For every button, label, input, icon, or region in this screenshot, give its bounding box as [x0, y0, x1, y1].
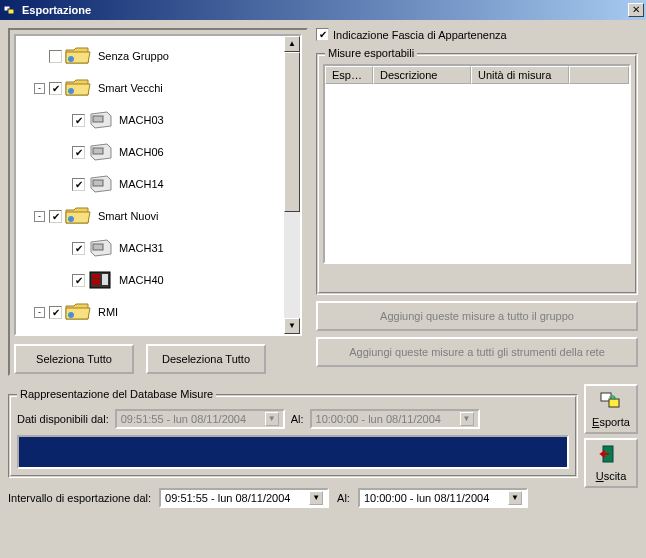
dropdown-icon[interactable]: ▼: [309, 491, 323, 505]
indicazione-label: Indicazione Fascia di Appartenenza: [333, 29, 507, 41]
close-button[interactable]: ✕: [628, 3, 644, 17]
avail-from-field[interactable]: 09:51:55 - lun 08/11/2004 ▼: [115, 409, 285, 429]
tree-node-label: Smart Nuovi: [98, 210, 159, 222]
folder-icon: [64, 45, 92, 67]
app-icon: [2, 2, 18, 18]
titlebar: Esportazione ✕: [0, 0, 646, 20]
svg-rect-11: [92, 280, 100, 285]
col-unita[interactable]: Unità di misura: [471, 66, 569, 84]
svg-rect-10: [92, 274, 100, 279]
tree-checkbox[interactable]: ✔: [49, 210, 62, 223]
svg-rect-8: [93, 244, 103, 250]
export-icon: [599, 390, 623, 414]
tree-scrollbar[interactable]: ▲ ▼: [284, 36, 300, 334]
svg-point-7: [68, 216, 74, 222]
scroll-track[interactable]: [284, 52, 300, 318]
svg-rect-6: [93, 180, 103, 186]
misure-title: Misure esportabili: [325, 47, 417, 59]
indicazione-row: ✔ Indicazione Fascia di Appartenenza: [316, 28, 638, 41]
tree-checkbox[interactable]: [49, 50, 62, 63]
expand-toggle[interactable]: -: [34, 307, 45, 318]
svg-point-2: [68, 56, 74, 62]
tree-checkbox[interactable]: ✔: [72, 242, 85, 255]
device-icon: [87, 110, 113, 130]
tree-panel: Senza Gruppo-✔Smart Vecchi✔MACH03✔MACH06…: [8, 28, 308, 376]
scroll-up-button[interactable]: ▲: [284, 36, 300, 52]
tree-checkbox[interactable]: ✔: [72, 178, 85, 191]
tree-node-label: RMI: [98, 306, 118, 318]
exit-icon: [599, 444, 623, 468]
folder-icon: [64, 205, 92, 227]
interval-to-field[interactable]: 10:00:00 - lun 08/11/2004 ▼: [358, 488, 528, 508]
exit-button[interactable]: Uscita: [584, 438, 638, 488]
tree-checkbox[interactable]: ✔: [72, 114, 85, 127]
folder-icon: [64, 301, 92, 323]
deselect-all-button[interactable]: Deseleziona Tutto: [146, 344, 266, 374]
dropdown-icon[interactable]: ▼: [265, 412, 279, 426]
db-range-fill: [19, 437, 567, 467]
tree-device[interactable]: ✔MACH40: [72, 264, 298, 296]
tree-node-label: MACH03: [119, 114, 164, 126]
avail-to-value: 10:00:00 - lun 08/11/2004: [316, 413, 441, 425]
tree-checkbox[interactable]: ✔: [49, 306, 62, 319]
dropdown-icon[interactable]: ▼: [460, 412, 474, 426]
tree-group[interactable]: -✔Smart Nuovi: [34, 200, 298, 232]
db-range-bar: [17, 435, 569, 469]
col-descrizione[interactable]: Descrizione: [373, 66, 471, 84]
device-icon: [87, 174, 113, 194]
export-button[interactable]: Esporta: [584, 384, 638, 434]
svg-point-3: [68, 88, 74, 94]
device-icon: [87, 238, 113, 258]
repr-title: Rappresentazione del Database Misure: [17, 388, 216, 400]
tree-device[interactable]: ✔MACH06: [72, 136, 298, 168]
scroll-thumb[interactable]: [284, 52, 300, 212]
tree-node-label: MACH31: [119, 242, 164, 254]
tree-group[interactable]: Senza Gruppo: [34, 40, 298, 72]
device-icon: [87, 270, 113, 290]
tree-device[interactable]: ✔MACH31: [72, 232, 298, 264]
device-icon: [87, 142, 113, 162]
tree-device[interactable]: ✔MACH14: [72, 168, 298, 200]
misure-group: Misure esportabili Espo... Descrizione U…: [316, 53, 638, 295]
listview-body: [325, 84, 629, 262]
tree-view[interactable]: Senza Gruppo-✔Smart Vecchi✔MACH03✔MACH06…: [14, 34, 302, 336]
tree-group[interactable]: -✔Smart Vecchi: [34, 72, 298, 104]
svg-rect-4: [93, 116, 103, 122]
svg-rect-1: [8, 9, 14, 14]
select-all-button[interactable]: Seleziona Tutto: [14, 344, 134, 374]
tree-node-label: Senza Gruppo: [98, 50, 169, 62]
expand-toggle[interactable]: -: [34, 211, 45, 222]
svg-point-13: [68, 312, 74, 318]
expand-toggle[interactable]: -: [34, 83, 45, 94]
interval-label: Intervallo di esportazione dal:: [8, 492, 151, 504]
avail-to-field[interactable]: 10:00:00 - lun 08/11/2004 ▼: [310, 409, 480, 429]
avail-from-value: 09:51:55 - lun 08/11/2004: [121, 413, 246, 425]
tree-checkbox[interactable]: ✔: [72, 146, 85, 159]
tree-device[interactable]: MACH01: [72, 328, 298, 336]
col-empty: [569, 66, 629, 84]
svg-rect-5: [93, 148, 103, 154]
interval-from-value: 09:51:55 - lun 08/11/2004: [165, 492, 290, 504]
svg-rect-12: [102, 274, 108, 285]
misure-listview[interactable]: Espo... Descrizione Unità di misura: [323, 64, 631, 264]
dropdown-icon[interactable]: ▼: [508, 491, 522, 505]
exit-label: Uscita: [596, 470, 627, 482]
scroll-down-button[interactable]: ▼: [284, 318, 300, 334]
svg-rect-20: [609, 399, 619, 407]
col-espo[interactable]: Espo...: [325, 66, 373, 84]
add-to-group-button[interactable]: Aggiungi queste misure a tutto il gruppo: [316, 301, 638, 331]
interval-to-value: 10:00:00 - lun 08/11/2004: [364, 492, 489, 504]
tree-group[interactable]: -✔RMI: [34, 296, 298, 328]
tree-node-label: MACH14: [119, 178, 164, 190]
add-to-all-button[interactable]: Aggiungi queste misure a tutti gli strum…: [316, 337, 638, 367]
tree-checkbox[interactable]: ✔: [72, 274, 85, 287]
listview-header: Espo... Descrizione Unità di misura: [325, 66, 629, 84]
tree-checkbox[interactable]: ✔: [49, 82, 62, 95]
indicazione-checkbox[interactable]: ✔: [316, 28, 329, 41]
repr-group: Rappresentazione del Database Misure Dat…: [8, 394, 578, 478]
interval-from-field[interactable]: 09:51:55 - lun 08/11/2004 ▼: [159, 488, 329, 508]
window-title: Esportazione: [22, 4, 628, 16]
tree-node-label: MACH40: [119, 274, 164, 286]
tree-node-label: Smart Vecchi: [98, 82, 163, 94]
tree-device[interactable]: ✔MACH03: [72, 104, 298, 136]
